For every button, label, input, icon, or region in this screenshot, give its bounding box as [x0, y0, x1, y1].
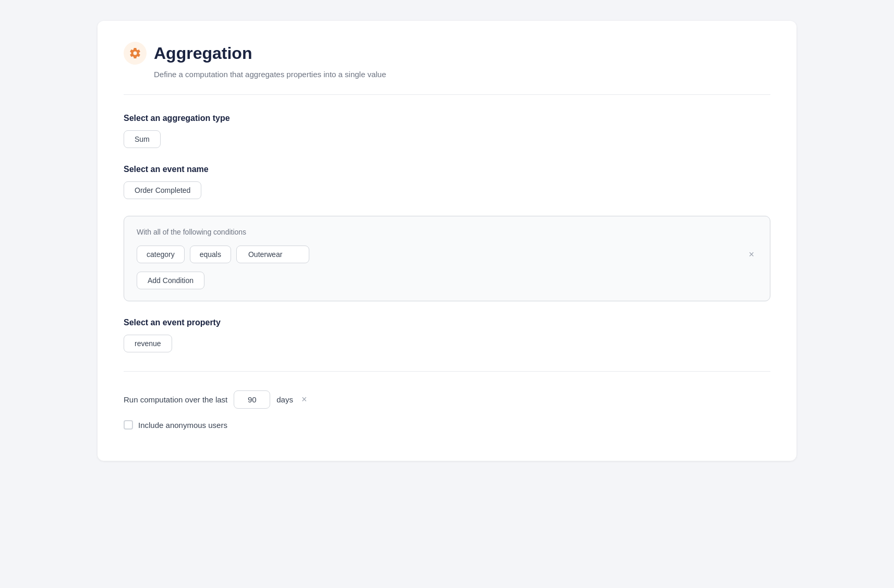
anonymous-users-row: Include anonymous users [124, 420, 770, 430]
aggregation-type-button[interactable]: Sum [124, 130, 161, 148]
section-divider [124, 371, 770, 372]
header-title-row: Aggregation [124, 42, 252, 65]
event-name-button[interactable]: Order Completed [124, 181, 201, 199]
condition-row: category equals Outerwear × [137, 246, 757, 263]
conditions-header: With all of the following conditions [137, 228, 757, 236]
days-suffix: days [276, 395, 293, 404]
days-input[interactable] [234, 390, 270, 409]
anonymous-users-checkbox[interactable] [124, 420, 133, 430]
add-condition-button[interactable]: Add Condition [137, 272, 204, 289]
clear-days-button[interactable]: × [299, 393, 309, 406]
remove-condition-button[interactable]: × [745, 248, 757, 261]
main-container: Aggregation Define a computation that ag… [98, 21, 796, 461]
page-subtitle: Define a computation that aggregates pro… [154, 70, 386, 79]
page-title: Aggregation [154, 44, 252, 63]
event-property-section: Select an event property revenue [124, 318, 770, 352]
conditions-box: With all of the following conditions cat… [124, 216, 770, 301]
condition-value-button[interactable]: Outerwear [236, 246, 309, 263]
aggregation-type-label: Select an aggregation type [124, 114, 770, 123]
event-name-section: Select an event name Order Completed [124, 165, 770, 199]
anonymous-users-label[interactable]: Include anonymous users [138, 421, 227, 430]
header-section: Aggregation Define a computation that ag… [124, 42, 770, 95]
event-property-button[interactable]: revenue [124, 335, 172, 352]
condition-operator-button[interactable]: equals [190, 246, 231, 263]
run-computation-prefix: Run computation over the last [124, 395, 227, 404]
event-property-label: Select an event property [124, 318, 770, 327]
aggregation-type-section: Select an aggregation type Sum [124, 114, 770, 148]
condition-field-button[interactable]: category [137, 246, 185, 263]
run-computation-row: Run computation over the last days × [124, 390, 770, 409]
event-name-label: Select an event name [124, 165, 770, 174]
gear-icon [124, 42, 147, 65]
